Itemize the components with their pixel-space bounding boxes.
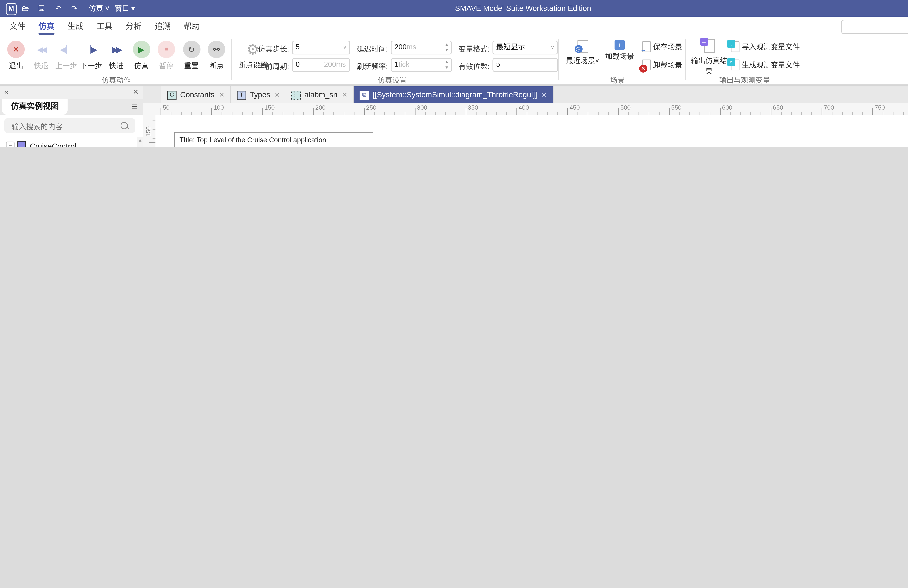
重置-label: 重置 <box>179 59 204 71</box>
import-watch-file-button[interactable]: ↓ 导入观测变量文件 <box>731 41 800 54</box>
close-tab-icon[interactable]: ✕ <box>275 92 280 99</box>
仿真-button[interactable]: ▶仿真 <box>129 41 154 71</box>
退出-label: 退出 <box>4 59 28 71</box>
tab-sim-instance-view[interactable]: 仿真实例视图 <box>2 99 68 115</box>
快退-label: 快退 <box>29 59 53 71</box>
下一步-label: 下一步 <box>79 59 103 71</box>
variable-format-select[interactable]: 最短显示˅ <box>493 41 558 55</box>
sidebar-header: « ✕ <box>0 87 143 100</box>
recent-scene-button[interactable]: ◷ 最近场景˅ <box>564 40 602 65</box>
menu-item-2[interactable]: 仿真 <box>32 17 61 35</box>
sim-step-label: 仿真步长: <box>256 43 289 54</box>
h-ruler-label: 450 <box>570 104 580 111</box>
close-sidebar-icon[interactable]: ✕ <box>132 88 139 96</box>
下一步-button[interactable]: ▕▶下一步 <box>79 41 103 71</box>
group-label-output: 输出与观测变量 <box>683 74 806 85</box>
diagram-title-block: TItle: Top Level of the Cruise Control a… <box>174 132 374 147</box>
search-icon[interactable] <box>121 122 128 129</box>
doc-icon <box>18 141 26 147</box>
current-cycle-input[interactable]: 0200ms <box>292 58 350 72</box>
collapse-sidebar-icon[interactable]: « <box>4 88 8 96</box>
app-window: M 🗁 🖫 ↶ ↷ 仿真 ˅ 窗口 ▾ SMAVE Model Suite Wo… <box>0 0 908 147</box>
fast-backward-icon: ◀◀ <box>32 41 50 58</box>
generate-watch-file-button[interactable]: ⌕ 生成观测变量文件 <box>731 59 800 72</box>
sidebar-tab-row: 仿真实例视图 ≡ <box>0 99 143 115</box>
editor-tabstrip: CConstants✕ TTypes✕ ⋮⋮alabm_sn✕ ⧉[[Syste… <box>143 87 908 104</box>
快进-label: 快进 <box>104 59 129 71</box>
menu-item-6[interactable]: 追溯 <box>148 17 177 35</box>
variable-format-label: 变量格式: <box>456 43 489 54</box>
断点-button[interactable]: ⚯断点 <box>204 41 229 71</box>
h-ruler-label: 600 <box>722 104 733 111</box>
load-scene-icon: ↓ <box>615 40 625 50</box>
collapse-expander-icon[interactable]: − <box>6 141 14 147</box>
上一步-label: 上一步 <box>54 59 79 71</box>
sidebar-search-box[interactable] <box>4 118 135 133</box>
global-search-box[interactable] <box>841 19 908 34</box>
output-result-icon: → <box>704 39 715 53</box>
load-scene-button[interactable]: ↓ 加载场景 <box>602 40 638 61</box>
digits-input[interactable]: 5 <box>493 58 558 72</box>
exit-icon: ✕ <box>7 41 25 58</box>
close-tab-icon[interactable]: ✕ <box>342 92 347 99</box>
仿真-label: 仿真 <box>129 59 154 71</box>
tree-item-label: CruiseControl <box>30 141 76 147</box>
h-ruler-label: 700 <box>824 104 834 111</box>
close-tab-icon[interactable]: ✕ <box>219 92 224 99</box>
退出-button[interactable]: ✕退出 <box>4 41 28 71</box>
menu-item-1[interactable]: 文件 <box>3 17 32 35</box>
reset-icon: ↻ <box>183 41 200 58</box>
unload-scene-icon: ✕ <box>642 59 651 71</box>
current-cycle-label: 当前周期: <box>256 60 289 71</box>
save-scene-icon: → <box>642 42 651 52</box>
ruler-corner <box>143 103 156 116</box>
menu-item-3[interactable]: 生成 <box>61 17 90 35</box>
digits-label: 有效位数: <box>456 60 489 71</box>
menu-item-5[interactable]: 分析 <box>119 17 148 35</box>
close-tab-icon[interactable]: ✕ <box>541 92 547 99</box>
tab-constants[interactable]: CConstants✕ <box>161 87 231 103</box>
sim-step-select[interactable]: 5˅ <box>292 41 350 55</box>
快进-button[interactable]: ▶▶快进 <box>104 41 129 71</box>
h-ruler-label: 650 <box>773 104 783 111</box>
h-ruler-label: 150 <box>264 104 275 111</box>
refresh-rate-label: 刷新频率: <box>354 60 388 71</box>
title-bar: M 🗁 🖫 ↶ ↷ 仿真 ˅ 窗口 ▾ SMAVE Model Suite Wo… <box>0 0 908 17</box>
instance-tree: −CruiseControl−System::SystemSimulOn····… <box>0 137 137 147</box>
recent-scene-icon: ◷ <box>577 40 588 53</box>
menu-item-7[interactable]: 帮助 <box>177 17 206 35</box>
output-result-button[interactable]: → 输出仿真结果 <box>689 39 729 76</box>
group-label-sim-settings: 仿真设置 <box>320 74 465 85</box>
hamburger-menu-icon[interactable]: ≡ <box>132 101 137 112</box>
menu-bar: 文件仿真生成工具分析追溯帮助 <box>0 17 908 37</box>
tree-scrollbar[interactable]: ▲ <box>137 137 143 147</box>
sidebar-sim-instance-view: « ✕ 仿真实例视图 ≡ −CruiseControl−System::Syst… <box>0 87 144 147</box>
step-forward-icon: ▕▶ <box>82 41 100 58</box>
types-icon: T <box>237 91 246 100</box>
delay-time-spinner[interactable]: 200ms ▲▼ <box>391 41 452 55</box>
breakpoint-icon: ⚯ <box>208 41 225 58</box>
ribbon-toolbar: ✕退出◀◀快退◀▏上一步▕▶下一步▶▶快进▶仿真■暂停↻重置⚯断点 仿真动作 ⚙… <box>0 36 908 86</box>
import-watch-file-icon: ↓ <box>731 42 739 52</box>
group-label-scene: 场景 <box>552 74 683 85</box>
tab-types[interactable]: TTypes✕ <box>231 87 287 103</box>
tree-item-CruiseControl[interactable]: −CruiseControl <box>0 139 137 147</box>
menu-item-4[interactable]: 工具 <box>90 17 119 35</box>
断点-label: 断点 <box>204 59 229 71</box>
unload-scene-button[interactable]: ✕ 卸载场景 <box>642 59 682 72</box>
暂停-label: 暂停 <box>154 59 179 71</box>
sidebar-search-input[interactable] <box>10 120 122 132</box>
tab-diagram-throttleregul[interactable]: ⧉[[System::SystemSimul::diagram_Throttle… <box>354 87 554 103</box>
h-ruler-label: 200 <box>315 104 325 111</box>
title-block-title: TItle: Top Level of the Cruise Control a… <box>175 133 373 147</box>
pause-icon: ■ <box>158 41 175 58</box>
重置-button[interactable]: ↻重置 <box>179 41 204 71</box>
save-scene-button[interactable]: → 保存场景 <box>642 41 682 54</box>
暂停-button: ■暂停 <box>154 41 179 71</box>
refresh-rate-spinner[interactable]: 1tick ▲▼ <box>391 58 452 72</box>
window-title: SMAVE Model Suite Workstation Edition <box>0 0 908 17</box>
global-search-input[interactable] <box>846 21 908 33</box>
h-ruler-label: 400 <box>518 104 529 111</box>
tab-alabm-sn[interactable]: ⋮⋮alabm_sn✕ <box>285 87 354 103</box>
diagram-canvas[interactable]: TItle: Top Level of the Cruise Control a… <box>155 115 908 147</box>
